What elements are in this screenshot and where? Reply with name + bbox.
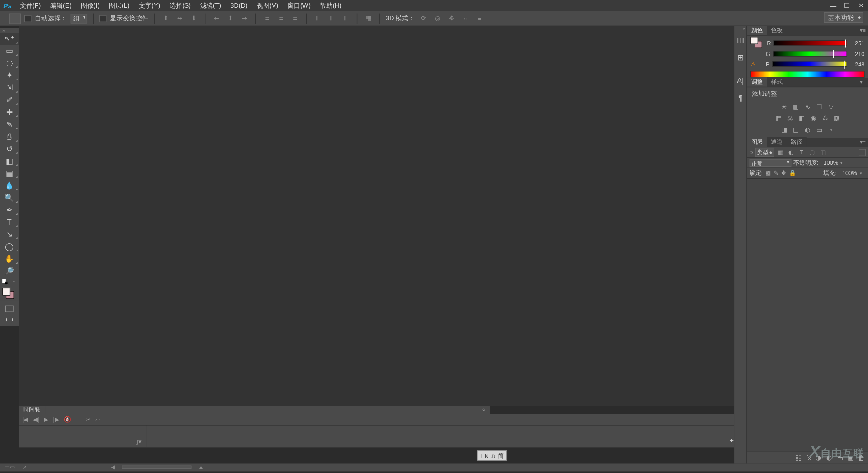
histogram-icon[interactable]: ▥ (734, 31, 747, 48)
slide-3d-icon[interactable]: ↔ (460, 13, 471, 24)
tab-timeline[interactable]: 时间轴 (19, 406, 45, 414)
move-tool[interactable]: ↖⁺ (0, 33, 19, 45)
play-icon[interactable]: ▶ (44, 416, 48, 422)
status-caret-icon[interactable]: ◀ (111, 464, 115, 470)
auto-select-target-dropdown[interactable]: 组 (71, 14, 87, 23)
link-layers-icon[interactable]: ⛓ (795, 454, 802, 461)
go-to-first-frame-icon[interactable]: |◀ (22, 416, 28, 422)
threshold-icon[interactable]: ◐ (803, 126, 812, 134)
distribute-bottom-icon[interactable]: ≡ (290, 13, 300, 24)
expand-strip-icon[interactable]: « (734, 26, 746, 31)
distribute-vcenter-icon[interactable]: ≡ (276, 13, 286, 24)
tab-layers[interactable]: 图层 (747, 137, 767, 147)
zoom-tool[interactable]: 🔎 (0, 265, 19, 277)
distribute-left-icon[interactable]: ⦀ (312, 13, 323, 24)
menu-view[interactable]: 视图(V) (252, 0, 283, 11)
align-left-edges-icon[interactable]: ⬅ (211, 13, 222, 24)
blend-mode-dropdown[interactable]: 正常 (750, 159, 792, 167)
auto-select-checkbox[interactable] (24, 15, 31, 22)
filter-smart-icon[interactable]: ◫ (818, 148, 826, 156)
lock-pixels-icon[interactable]: ✎ (774, 170, 778, 176)
align-top-edges-icon[interactable]: ⬆ (160, 13, 171, 24)
prev-frame-icon[interactable]: ◀| (33, 416, 39, 422)
foreground-background-colors[interactable] (0, 288, 19, 300)
color-lookup-icon[interactable]: ▩ (832, 114, 841, 122)
type-tool[interactable]: T (0, 216, 19, 228)
filter-search-icon[interactable]: ρ (750, 149, 753, 155)
hand-tool[interactable]: ✋ (0, 253, 19, 265)
rectangle-shape-tool[interactable]: ◯ (0, 241, 19, 253)
show-transform-checkbox[interactable] (99, 15, 106, 22)
align-bottom-edges-icon[interactable]: ⬇ (189, 13, 199, 24)
screen-mode-toggle[interactable]: 🖵 (0, 314, 19, 326)
rotate-3d-icon[interactable]: ⟳ (419, 13, 429, 24)
status-arrow-icon[interactable]: ↗ (22, 464, 27, 470)
auto-align-icon[interactable]: ▦ (363, 13, 373, 24)
lock-position-icon[interactable]: ✥ (781, 170, 786, 176)
menu-image[interactable]: 图像(I) (76, 0, 104, 11)
fill-dropdown-icon[interactable]: ▾ (860, 171, 866, 175)
black-white-icon[interactable]: ◧ (797, 114, 807, 122)
fill-value[interactable]: 100% (840, 170, 857, 176)
brightness-contrast-icon[interactable]: ☀ (780, 103, 789, 111)
menu-type[interactable]: 文字(Y) (134, 0, 165, 11)
filter-on-off-switch[interactable] (859, 149, 866, 156)
roll-3d-icon[interactable]: ◎ (432, 13, 443, 24)
timeline-mode-switch[interactable]: ▯▾ (135, 438, 142, 445)
crop-tool[interactable]: ⇲ (0, 81, 19, 94)
channel-g-slider[interactable] (773, 51, 847, 57)
clone-stamp-tool[interactable]: ⎙ (0, 130, 19, 142)
menu-filter[interactable]: 滤镜(T) (195, 0, 226, 11)
channel-g-value[interactable]: 210 (849, 50, 864, 57)
panel-menu-icon[interactable]: ▾≡ (860, 79, 866, 85)
filter-type-icon[interactable]: T (797, 148, 806, 156)
magic-wand-tool[interactable]: ✦ (0, 69, 19, 81)
menu-window[interactable]: 窗口(W) (283, 0, 315, 11)
character-icon[interactable]: A| (734, 71, 747, 89)
color-spectrum[interactable] (750, 71, 864, 78)
tab-swatches[interactable]: 色板 (767, 26, 787, 35)
posterize-icon[interactable]: ▤ (791, 126, 801, 134)
channel-mixer-icon[interactable]: ♺ (821, 114, 830, 122)
path-selection-tool[interactable]: ↘ (0, 228, 19, 241)
blur-tool[interactable]: 💧 (0, 179, 19, 191)
tab-channels[interactable]: 通道 (767, 137, 787, 147)
lock-all-icon[interactable]: 🔒 (789, 170, 796, 176)
tools-grip-icon[interactable]: » (0, 28, 19, 33)
tab-adjustments[interactable]: 调整 (747, 77, 767, 87)
tab-color[interactable]: 颜色 (747, 26, 767, 35)
rectangular-marquee-tool[interactable]: ▭ (0, 45, 19, 57)
exposure-icon[interactable]: ☐ (815, 103, 824, 111)
pen-tool[interactable]: ✒ (0, 203, 19, 216)
photo-filter-icon[interactable]: ◉ (809, 114, 818, 122)
gamut-warning-icon[interactable]: ⚠ (750, 61, 763, 67)
paragraph-icon[interactable]: ¶ (734, 89, 747, 107)
eraser-tool[interactable]: ◧ (0, 155, 19, 167)
filter-kind-dropdown[interactable]: 类型 (755, 147, 774, 157)
filter-shape-icon[interactable]: ▢ (808, 148, 816, 156)
lasso-tool[interactable]: ◌ (0, 57, 19, 69)
panel-menu-icon[interactable]: ▾≡ (860, 139, 866, 145)
selective-color-icon[interactable]: ▫ (826, 126, 836, 134)
audio-mute-icon[interactable]: 🔇 (64, 416, 71, 422)
align-hcenter-icon[interactable]: ⬍ (225, 13, 236, 24)
transition-icon[interactable]: ▱ (95, 416, 100, 422)
panel-collapse-icon[interactable]: « (482, 406, 485, 412)
close-button[interactable]: ✕ (854, 0, 868, 11)
gradient-tool[interactable]: ▤ (0, 167, 19, 179)
opacity-value[interactable]: 100% (821, 160, 839, 166)
next-frame-icon[interactable]: |▶ (53, 416, 59, 422)
opacity-dropdown-icon[interactable]: ▾ (840, 161, 846, 165)
add-media-icon[interactable]: + (730, 436, 734, 445)
healing-brush-tool[interactable]: ✚ (0, 106, 19, 118)
gradient-map-icon[interactable]: ▭ (815, 126, 824, 134)
invert-icon[interactable]: ◨ (780, 126, 789, 134)
maximize-button[interactable]: ☐ (840, 0, 854, 11)
status-zoom[interactable]: ▭▭ (5, 464, 15, 470)
tab-styles[interactable]: 样式 (767, 77, 787, 87)
channel-b-value[interactable]: 248 (849, 61, 864, 67)
menu-select[interactable]: 选择(S) (165, 0, 196, 11)
menu-file[interactable]: 文件(F) (15, 0, 45, 11)
hue-sat-icon[interactable]: ▦ (774, 114, 783, 122)
tool-preset-picker[interactable] (9, 13, 21, 24)
